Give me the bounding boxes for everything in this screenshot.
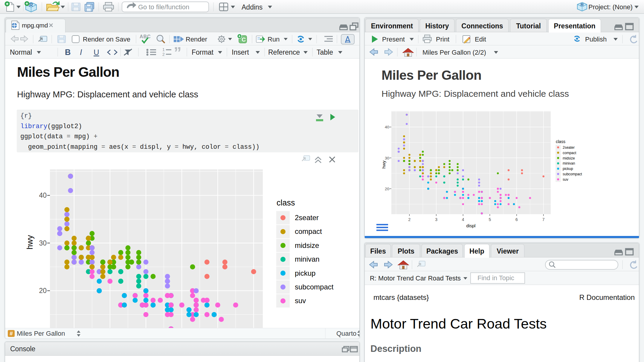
- svg-text:2seater: 2seater: [563, 145, 575, 150]
- svg-text:U: U: [94, 48, 99, 57]
- svg-text:Miles Per Gallon: Miles Per Gallon: [17, 330, 65, 337]
- svg-text:C: C: [242, 36, 246, 43]
- svg-text:class: class: [556, 139, 565, 144]
- svg-text:Go to file/function: Go to file/function: [138, 3, 189, 11]
- svg-text:compact: compact: [563, 151, 576, 155]
- svg-text:Format: Format: [192, 48, 213, 56]
- svg-text:Addins: Addins: [242, 3, 263, 11]
- svg-text:6: 6: [515, 217, 518, 222]
- svg-text:pickup: pickup: [295, 269, 315, 277]
- svg-text:R: R: [29, 2, 33, 8]
- svg-text:Project: (None): Project: (None): [588, 3, 633, 11]
- svg-text:30: 30: [385, 156, 389, 160]
- svg-text:5: 5: [489, 217, 491, 222]
- svg-text:suv: suv: [295, 297, 306, 305]
- svg-text:Edit: Edit: [475, 36, 486, 43]
- svg-text:Quarto: Quarto: [336, 330, 356, 337]
- svg-text:2seater: 2seater: [295, 214, 319, 222]
- svg-text:I: I: [80, 48, 82, 57]
- svg-text:pickup: pickup: [563, 167, 573, 171]
- svg-text:hwy: hwy: [25, 235, 34, 249]
- svg-text:mpg.qmd: mpg.qmd: [22, 22, 48, 29]
- svg-text:suv: suv: [563, 177, 568, 182]
- svg-text:minivan: minivan: [563, 161, 575, 165]
- svg-text:#: #: [10, 330, 13, 337]
- svg-text:7: 7: [542, 217, 545, 222]
- svg-text:Insert: Insert: [232, 48, 249, 56]
- svg-text:ABC: ABC: [140, 34, 151, 39]
- svg-text:20: 20: [385, 187, 389, 191]
- svg-text:Print: Print: [436, 36, 449, 43]
- svg-text:Normal: Normal: [10, 48, 32, 56]
- svg-text:Run: Run: [268, 36, 280, 43]
- svg-text:R: Motor Trend Car Road Tests: R: Motor Trend Car Road Tests: [370, 274, 461, 282]
- svg-text:subcompact: subcompact: [563, 172, 582, 176]
- svg-text:subcompact: subcompact: [295, 283, 334, 291]
- svg-text:midsize: midsize: [295, 241, 319, 249]
- svg-text:1: 1: [162, 47, 165, 52]
- svg-text:Publish: Publish: [585, 36, 607, 43]
- svg-text:Render on Save: Render on Save: [83, 36, 130, 43]
- svg-text:minivan: minivan: [295, 255, 320, 263]
- svg-text:displ: displ: [466, 223, 476, 228]
- svg-text:Miles Per Gallon (2/2): Miles Per Gallon (2/2): [422, 49, 486, 56]
- svg-text:class: class: [277, 198, 295, 207]
- svg-text:2: 2: [162, 52, 165, 57]
- svg-text:B: B: [65, 48, 71, 57]
- svg-text:Table: Table: [317, 48, 333, 56]
- svg-text:2: 2: [408, 217, 411, 222]
- svg-text:40: 40: [385, 125, 389, 129]
- svg-text:Find in Topic: Find in Topic: [477, 274, 514, 282]
- svg-text:Render: Render: [186, 36, 207, 43]
- svg-text:compact: compact: [295, 227, 322, 235]
- svg-text:30: 30: [39, 239, 47, 247]
- svg-text:40: 40: [39, 191, 47, 199]
- svg-text:hwy: hwy: [381, 160, 386, 168]
- svg-text:”: ”: [174, 45, 181, 59]
- svg-text:R: R: [581, 2, 584, 7]
- svg-text:midsize: midsize: [563, 156, 575, 160]
- svg-text:20: 20: [39, 287, 47, 294]
- svg-text:3: 3: [435, 217, 437, 222]
- svg-text:Present: Present: [382, 36, 405, 43]
- svg-text:Reference: Reference: [268, 48, 300, 56]
- svg-text:4: 4: [462, 217, 464, 222]
